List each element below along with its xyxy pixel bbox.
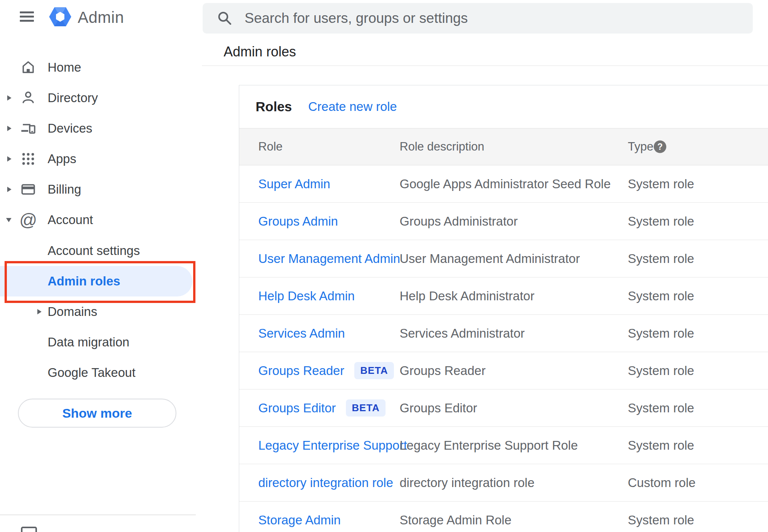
role-description: Storage Admin Role <box>400 513 512 527</box>
table-row: User Management AdminUser Management Adm… <box>239 240 768 277</box>
roles-card-header: Roles Create new role <box>239 85 768 128</box>
role-description: Groups Reader <box>400 364 486 378</box>
table-row: Groups ReaderBETAGroups ReaderSystem rol… <box>239 352 768 389</box>
role-type: Custom role <box>628 476 696 490</box>
breadcrumb: Admin roles <box>224 44 296 60</box>
create-new-role-link[interactable]: Create new role <box>308 85 397 128</box>
menu-icon[interactable] <box>20 11 34 22</box>
expand-arrow-icon[interactable] <box>7 126 11 131</box>
sidebar-item-label: Apps <box>48 152 76 166</box>
column-header-type: Type <box>628 140 653 154</box>
column-header-description: Role description <box>400 140 484 154</box>
billing-icon <box>21 182 36 197</box>
beta-badge: BETA <box>354 362 394 379</box>
home-icon <box>21 60 36 75</box>
role-description: Services Administrator <box>400 326 525 341</box>
roles-card: Roles Create new role Role Role descript… <box>239 85 768 532</box>
table-row: Help Desk AdminHelp Desk AdministratorSy… <box>239 277 768 315</box>
role-link[interactable]: Help Desk Admin <box>258 289 355 303</box>
table-header-row: Role Role description Type ? <box>239 128 768 165</box>
expand-arrow-icon[interactable] <box>7 95 11 101</box>
expand-arrow-icon[interactable] <box>7 187 11 192</box>
sidebar-subitem-label: Domains <box>48 304 97 319</box>
role-type: System role <box>628 289 694 303</box>
collapse-arrow-icon[interactable] <box>6 218 11 222</box>
role-type: System role <box>628 513 694 527</box>
table-row: Legacy Enterprise SupportLegacy Enterpri… <box>239 427 768 464</box>
column-header-role: Role <box>258 140 283 154</box>
admin-logo-hexagon-icon <box>49 7 72 28</box>
role-description: Groups Editor <box>400 401 477 415</box>
expand-arrow-icon[interactable] <box>37 309 42 314</box>
role-description: directory integration role <box>400 476 534 490</box>
apps-grid-icon <box>21 151 36 167</box>
admin-logo-text: Admin <box>78 8 124 27</box>
person-icon <box>21 90 36 106</box>
expand-arrow-icon[interactable] <box>7 156 11 162</box>
role-link[interactable]: Storage Admin <box>258 513 341 527</box>
annotation-red-box <box>5 261 195 303</box>
table-row: Groups EditorBETAGroups EditorSystem rol… <box>239 389 768 427</box>
show-more-button[interactable]: Show more <box>18 399 176 428</box>
role-type: System role <box>628 326 694 341</box>
role-type: System role <box>628 214 694 229</box>
sidebar-subitem-label: Data migration <box>48 335 130 349</box>
role-description: User Management Administrator <box>400 252 580 266</box>
role-type: System role <box>628 364 694 378</box>
table-row: Super AdminGoogle Apps Administrator See… <box>239 165 768 203</box>
table-row: Groups AdminGroups AdministratorSystem r… <box>239 203 768 240</box>
role-link[interactable]: Super Admin <box>258 177 330 191</box>
sidebar-item-label: Directory <box>48 91 98 105</box>
role-link[interactable]: Services Admin <box>258 326 345 341</box>
sidebar-divider <box>0 514 196 515</box>
table-row: Storage AdminStorage Admin RoleSystem ro… <box>239 502 768 532</box>
role-description: Help Desk Administrator <box>400 289 534 303</box>
role-link[interactable]: User Management Admin <box>258 252 400 266</box>
role-link[interactable]: Groups Editor <box>258 401 336 415</box>
search-bar[interactable]: Search for users, groups or settings <box>203 3 753 34</box>
role-link[interactable]: Groups Admin <box>258 214 338 229</box>
role-link[interactable]: Legacy Enterprise Support <box>258 438 407 453</box>
role-description: Groups Administrator <box>400 214 518 229</box>
partial-sidebar-icon <box>21 527 37 532</box>
sidebar-subitem-label: Google Takeout <box>48 365 136 380</box>
search-placeholder: Search for users, groups or settings <box>245 10 468 26</box>
roles-table-body: Super AdminGoogle Apps Administrator See… <box>239 165 768 532</box>
devices-icon <box>21 121 36 136</box>
role-link[interactable]: Groups Reader <box>258 364 344 378</box>
admin-logo: Admin <box>49 7 124 28</box>
table-row: Services AdminServices AdministratorSyst… <box>239 315 768 352</box>
role-description: Legacy Enterprise Support Role <box>400 438 578 453</box>
at-icon: @ <box>21 212 36 228</box>
roles-title: Roles <box>256 85 292 128</box>
search-icon <box>217 11 232 26</box>
role-type: System role <box>628 438 694 453</box>
role-type: System role <box>628 401 694 415</box>
role-link[interactable]: directory integration role <box>258 476 393 490</box>
role-type: System role <box>628 177 694 191</box>
sidebar-item-label: Devices <box>48 121 92 136</box>
help-icon[interactable]: ? <box>654 141 666 153</box>
role-description: Google Apps Administrator Seed Role <box>400 177 611 191</box>
sidebar-item-label: Billing <box>48 182 81 197</box>
table-row: directory integration roledirectory inte… <box>239 464 768 502</box>
role-type: System role <box>628 252 694 266</box>
sidebar-item-label: Account <box>48 213 93 227</box>
beta-badge: BETA <box>346 399 386 417</box>
sidebar-subitem-label: Account settings <box>48 244 140 258</box>
sidebar-item-label: Home <box>48 60 81 75</box>
breadcrumb-divider <box>202 66 768 66</box>
